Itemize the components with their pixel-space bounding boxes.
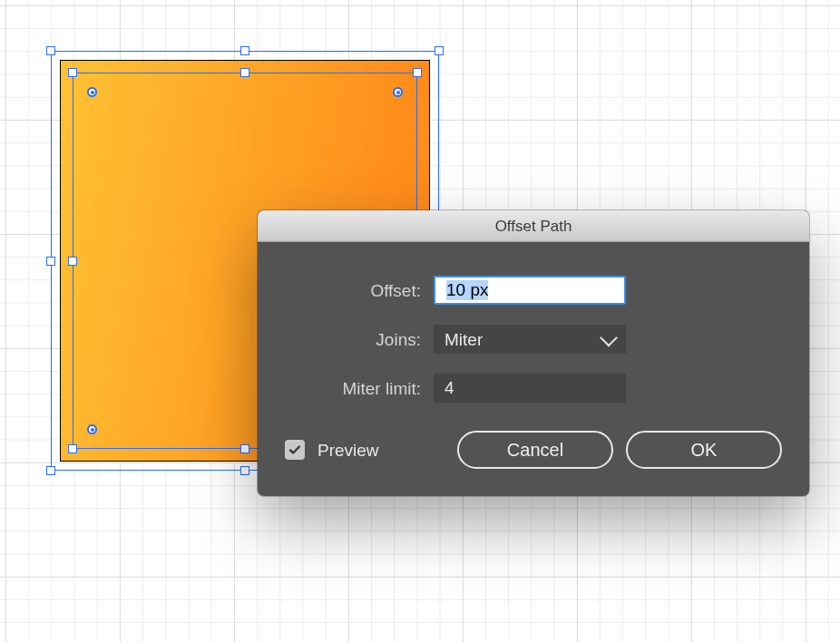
joins-value: Miter	[434, 325, 626, 354]
dialog-body: Offset: Joins: Miter Miter limit:	[258, 242, 809, 496]
selection-handle[interactable]	[435, 46, 444, 55]
offset-path-dialog: Offset Path Offset: Joins: Miter Miter l…	[258, 210, 809, 496]
inner-selection-handle[interactable]	[68, 444, 77, 453]
offset-input[interactable]	[434, 276, 626, 305]
ok-button[interactable]: OK	[626, 431, 782, 469]
selection-handle[interactable]	[46, 466, 55, 475]
selection-handle[interactable]	[240, 466, 249, 475]
cancel-button[interactable]: Cancel	[457, 431, 613, 469]
check-icon	[288, 443, 302, 457]
preview-label: Preview	[317, 442, 379, 459]
inner-selection-handle[interactable]	[68, 257, 77, 266]
preview-checkbox[interactable]	[285, 440, 305, 460]
selection-handle[interactable]	[240, 46, 249, 55]
canvas-grid[interactable]: Offset Path Offset: Joins: Miter Miter l…	[0, 0, 840, 642]
corner-anchor[interactable]	[87, 87, 97, 97]
miter-limit-label: Miter limit:	[285, 380, 434, 397]
inner-selection-handle[interactable]	[240, 68, 249, 77]
corner-anchor[interactable]	[87, 424, 97, 434]
selection-handle[interactable]	[46, 257, 55, 266]
inner-selection-handle[interactable]	[240, 444, 249, 453]
miter-limit-input[interactable]	[434, 374, 626, 403]
joins-label: Joins:	[285, 331, 434, 348]
selection-handle[interactable]	[46, 46, 55, 55]
joins-row: Joins: Miter	[285, 324, 782, 355]
offset-label: Offset:	[285, 282, 434, 299]
corner-anchor[interactable]	[393, 87, 403, 97]
dialog-title: Offset Path	[495, 219, 572, 234]
inner-selection-handle[interactable]	[68, 68, 77, 77]
miter-limit-row: Miter limit:	[285, 373, 782, 404]
joins-select[interactable]: Miter	[434, 325, 626, 354]
dialog-titlebar[interactable]: Offset Path	[258, 210, 809, 242]
offset-row: Offset:	[285, 275, 782, 306]
dialog-footer: Preview Cancel OK	[285, 431, 782, 469]
inner-selection-handle[interactable]	[413, 68, 422, 77]
